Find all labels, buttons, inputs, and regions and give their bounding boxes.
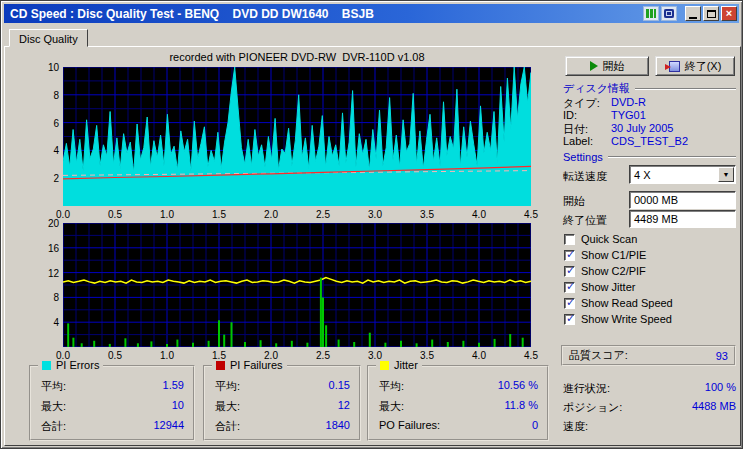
stat-row: 平均:0.15 xyxy=(215,379,350,393)
checkbox-show-c1-pie[interactable]: Show C1/PIE xyxy=(564,248,736,262)
checkbox-icon[interactable] xyxy=(564,266,575,277)
stat-row: 最大:12 xyxy=(215,399,350,413)
checkbox-icon[interactable] xyxy=(564,314,575,325)
pif-jitter-x-axis: 0.00.51.01.52.02.53.03.54.04.5 xyxy=(63,350,531,362)
pi-errors-summary: PI Errors 平均:1.59 最大:10 合計:12944 xyxy=(29,365,195,441)
divider xyxy=(608,156,736,158)
stat-row: 平均:1.59 xyxy=(41,379,184,393)
stat-value: 10 xyxy=(172,399,184,411)
disc-icon[interactable] xyxy=(661,6,677,21)
x-tick-label: 2.0 xyxy=(256,209,286,220)
disc-info-header: ディスク情報 xyxy=(563,81,736,96)
checkbox-show-c2-pif[interactable]: Show C2/PIF xyxy=(564,264,736,278)
checkbox-show-write-speed[interactable]: Show Write Speed xyxy=(564,312,736,326)
exit-door-icon xyxy=(669,61,680,72)
checkbox-show-jitter[interactable]: Show Jitter xyxy=(564,280,736,294)
disc-info-header-label: ディスク情報 xyxy=(563,81,630,96)
disc-type-value: DVD-R xyxy=(611,96,646,108)
stat-label: 合計: xyxy=(215,420,240,432)
disc-date-value: 30 July 2005 xyxy=(611,122,673,134)
y-tick-label: 16 xyxy=(33,243,59,254)
speed-select[interactable]: 4 X ▼ xyxy=(629,165,736,184)
stat-label: 合計: xyxy=(41,420,66,432)
settings-header: Settings xyxy=(563,151,736,163)
stat-value: 1840 xyxy=(326,419,350,431)
x-tick-label: 1.0 xyxy=(152,350,182,361)
chart-bars-icon xyxy=(646,9,656,18)
x-tick-label: 2.5 xyxy=(308,350,338,361)
pif-jitter-chart xyxy=(63,223,531,347)
checkbox-label: Show C1/PIE xyxy=(581,249,646,261)
start-position-input[interactable]: 0000 MB xyxy=(629,191,736,209)
x-tick-label: 4.0 xyxy=(464,350,494,361)
recorded-with-label: recorded with PIONEER DVD-RW DVR-110D v1… xyxy=(63,51,531,63)
checkbox-icon[interactable] xyxy=(564,298,575,309)
stat-label: 最大: xyxy=(379,400,404,412)
stat-label: PO Failures: xyxy=(379,419,440,431)
x-tick-label: 1.5 xyxy=(204,209,234,220)
position-label: ポジション: xyxy=(563,401,622,413)
pif-jitter-y-axis: 48121620 xyxy=(33,223,59,347)
y-tick-label: 8 xyxy=(33,292,59,303)
start-position-label: 開始 xyxy=(563,194,585,209)
x-tick-label: 0.5 xyxy=(100,209,130,220)
stat-value: 12944 xyxy=(153,419,184,431)
stat-value: 0 xyxy=(532,419,538,431)
tab-disc-quality[interactable]: Disc Quality xyxy=(9,29,88,47)
jitter-legend-swatch xyxy=(380,361,389,370)
checkbox-icon[interactable] xyxy=(564,250,575,261)
tab-label: Disc Quality xyxy=(19,33,78,45)
stat-label: 平均: xyxy=(41,380,66,392)
progress-status-value: 100 % xyxy=(705,381,736,393)
disc-label-label: Label: xyxy=(563,135,593,147)
x-tick-label: 4.5 xyxy=(516,209,546,220)
pi-failures-legend-swatch xyxy=(216,361,225,370)
close-button[interactable]: × xyxy=(721,6,737,21)
quality-score-value: 93 xyxy=(716,350,728,362)
exit-button[interactable]: 終了(X) xyxy=(655,56,735,76)
y-tick-label: 6 xyxy=(33,118,59,129)
position-row: ポジション:4488 MB xyxy=(563,400,736,415)
disc-label-value: CDS_TEST_B2 xyxy=(611,135,688,147)
disc-glyph-icon xyxy=(664,9,674,18)
stat-row: 合計:1840 xyxy=(215,419,350,433)
titlebar-controls: × xyxy=(643,6,737,21)
app-window: CD Speed : Disc Quality Test - BENQ DVD … xyxy=(0,0,743,449)
stat-value: 11.8 % xyxy=(505,399,538,411)
stat-label: 最大: xyxy=(215,400,240,412)
end-position-label: 終了位置 xyxy=(563,213,607,228)
x-tick-label: 4.5 xyxy=(516,350,546,361)
checkbox-quick-scan[interactable]: Quick Scan xyxy=(564,232,736,246)
checkbox-label: Show C2/PIF xyxy=(581,265,646,277)
x-tick-label: 4.0 xyxy=(464,209,494,220)
start-button[interactable]: 開始 xyxy=(565,56,649,76)
end-position-value: 4489 MB xyxy=(634,213,678,225)
chart-icon[interactable] xyxy=(643,6,659,21)
speed-row: 速度: xyxy=(563,419,736,434)
end-position-input[interactable]: 4489 MB xyxy=(629,210,736,228)
minimize-button[interactable] xyxy=(685,6,701,21)
titlebar[interactable]: CD Speed : Disc Quality Test - BENQ DVD … xyxy=(4,4,739,23)
stat-value: 1.59 xyxy=(163,379,184,391)
y-tick-label: 8 xyxy=(33,90,59,101)
y-tick-label: 12 xyxy=(33,268,59,279)
speed-row-label: 速度: xyxy=(563,420,588,432)
x-tick-label: 0.5 xyxy=(100,350,130,361)
exit-button-label: 終了(X) xyxy=(685,59,722,74)
pi-failures-summary-title: PI Failures xyxy=(230,359,283,371)
chevron-down-icon[interactable]: ▼ xyxy=(718,167,734,182)
y-tick-label: 2 xyxy=(33,173,59,184)
y-tick-label: 10 xyxy=(33,62,59,73)
checkbox-label: Show Write Speed xyxy=(581,313,672,325)
maximize-button[interactable] xyxy=(703,6,719,21)
disc-type-label: タイプ: xyxy=(563,97,600,109)
checkbox-icon[interactable] xyxy=(564,282,575,293)
y-tick-label: 4 xyxy=(33,145,59,156)
start-position-value: 0000 MB xyxy=(634,194,678,206)
disc-id-value: TYG01 xyxy=(611,109,646,121)
jitter-summary-caption: Jitter xyxy=(376,359,422,371)
checkbox-show-read-speed[interactable]: Show Read Speed xyxy=(564,296,736,310)
checkbox-icon[interactable] xyxy=(564,234,575,245)
stat-label: 平均: xyxy=(215,380,240,392)
stat-label: 平均: xyxy=(379,380,404,392)
